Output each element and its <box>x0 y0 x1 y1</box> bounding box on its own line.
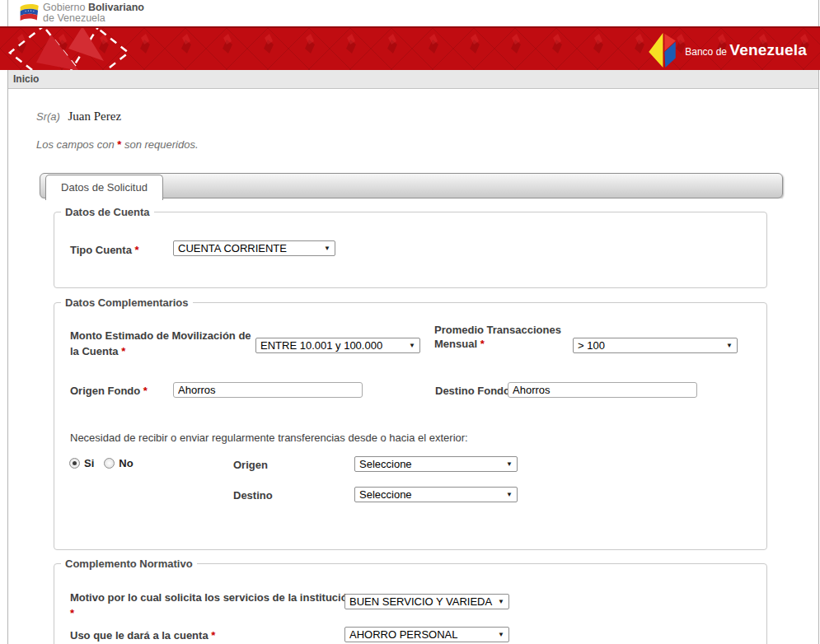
tab-datos-de-solicitud[interactable]: Datos de Solicitud <box>45 175 163 200</box>
destino-fondo-input[interactable] <box>508 382 697 398</box>
tipo-cuenta-select[interactable]: CUENTA CORRIENTE ▼ <box>173 240 335 256</box>
origen-fondo-label: Origen Fondo * <box>70 383 148 399</box>
required-marker: * <box>121 345 125 357</box>
origen-fondo-input[interactable] <box>173 382 363 398</box>
required-marker: * <box>211 629 215 642</box>
destino-select[interactable]: Seleccione ▼ <box>354 487 518 502</box>
promedio-transacciones-select[interactable]: > 100 ▼ <box>573 338 738 353</box>
fieldset-datos-complementarios-legend: Datos Complementarios <box>61 296 193 309</box>
required-marker: * <box>480 338 485 350</box>
origen-select[interactable]: Seleccione ▼ <box>354 456 518 472</box>
fieldset-complemento-normativo-legend: Complemento Normativo <box>61 558 197 570</box>
salutation-label: Sr(a) <box>36 110 60 123</box>
dropdown-arrow-icon: ▼ <box>506 461 513 468</box>
destino-label: Destino <box>233 488 273 503</box>
radio-si-label[interactable]: Si <box>84 457 94 469</box>
bdv-kite-icon <box>648 32 677 68</box>
page: Gobierno Bolivariano de Venezuela <box>0 0 820 644</box>
destino-fondo-label: Destino Fondo * <box>435 383 518 399</box>
breadcrumb-inicio[interactable]: Inicio <box>13 73 39 85</box>
exterior-transfer-radio-group: Si No <box>69 457 143 469</box>
dropdown-arrow-icon: ▼ <box>324 245 330 252</box>
radio-no[interactable] <box>104 458 115 469</box>
page-right-border <box>818 0 819 644</box>
dropdown-arrow-icon: ▼ <box>498 599 504 605</box>
page-left-border <box>7 0 8 644</box>
dashed-kite-icon <box>3 26 143 70</box>
motivo-label: Motivo por lo cual solicita los servicio… <box>70 590 354 621</box>
dropdown-arrow-icon: ▼ <box>726 343 733 349</box>
bank-logo: Banco de Venezuela <box>648 28 807 70</box>
promedio-transacciones-label: Promedio Transacciones Mensual * <box>434 323 579 351</box>
bank-name: Banco de Venezuela <box>685 41 807 59</box>
uso-cuenta-select[interactable]: AHORRO PERSONAL ▼ <box>344 627 509 642</box>
motivo-select[interactable]: BUEN SERVICIO Y VARIEDA ▼ <box>344 594 509 609</box>
user-greeting: Sr(a) Juan Perez <box>36 110 121 124</box>
monto-estimado-select[interactable]: ENTRE 10.001 y 100.000 ▼ <box>255 338 420 353</box>
radio-si[interactable] <box>69 458 80 469</box>
fieldset-datos-de-cuenta-legend: Datos de Cuenta <box>61 206 154 218</box>
required-marker: * <box>143 385 148 397</box>
required-marker: * <box>70 607 74 619</box>
dropdown-arrow-icon: ▼ <box>409 343 415 349</box>
tab-label: Datos de Solicitud <box>61 181 148 194</box>
fieldset-datos-de-cuenta: Datos de Cuenta <box>54 206 767 288</box>
user-name: Juan Perez <box>68 110 122 123</box>
required-marker: * <box>135 244 139 256</box>
breadcrumb: Inicio <box>8 70 818 89</box>
government-header: Gobierno Bolivariano de Venezuela <box>8 0 818 26</box>
monto-estimado-label: Monto Estimado de Movilización de la Cue… <box>70 328 260 359</box>
origen-label: Origen <box>233 457 268 473</box>
dropdown-arrow-icon: ▼ <box>506 492 513 498</box>
radio-no-label[interactable]: No <box>119 457 133 469</box>
uso-cuenta-label: Uso que le dará a la cuenta * <box>70 628 215 643</box>
government-logo-text: Gobierno Bolivariano de Venezuela <box>43 2 144 24</box>
dropdown-arrow-icon: ▼ <box>498 632 504 638</box>
exterior-transfer-question: Necesidad de recibir o enviar regularmen… <box>70 432 468 444</box>
tipo-cuenta-label: Tipo Cuenta * <box>70 242 139 258</box>
brand-banner: Banco de Venezuela <box>0 26 820 70</box>
venezuela-flag-icon <box>18 2 40 27</box>
required-fields-note: Los campos con * son requeridos. <box>36 138 199 151</box>
